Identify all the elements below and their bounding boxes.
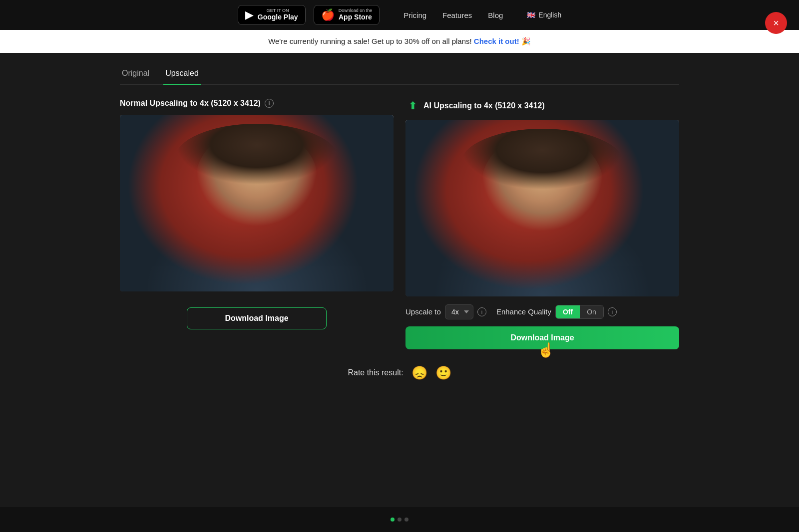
normal-upscale-photo [120, 115, 394, 291]
sale-banner: We're currently running a sale! Get up t… [0, 30, 799, 53]
normal-upscale-column: Normal Upscaling to 4x (5120 x 3412) i D… [120, 99, 394, 349]
ai-controls-area: Upscale to 4x 1x 2x 8x i Enhance Quality… [405, 304, 679, 349]
ai-upscale-icon: ⬆ [405, 99, 419, 113]
tab-original[interactable]: Original [120, 65, 151, 85]
upscale-to-label: Upscale to [405, 307, 441, 316]
normal-download-button[interactable]: Download Image [187, 307, 327, 329]
ai-download-button[interactable]: Download Image ☝ [405, 326, 679, 349]
sale-link[interactable]: Check it out! 🎉 [474, 37, 531, 45]
dot-1 [391, 518, 395, 522]
google-play-badge[interactable]: ▶ GET IT ON Google Play [238, 5, 306, 25]
sad-emoji-button[interactable]: 😞 [411, 365, 427, 381]
upscale-select[interactable]: 4x 1x 2x 8x [445, 304, 473, 319]
rate-label: Rate this result: [348, 368, 403, 377]
tabs-bar: Original Upscaled [120, 65, 679, 85]
google-play-big-text: Google Play [258, 13, 298, 21]
normal-upscale-image [120, 115, 394, 291]
enhance-quality-group: Enhance Quality Off On i [496, 305, 617, 319]
dot-3 [404, 518, 408, 522]
upscale-to-group: Upscale to 4x 1x 2x 8x i [405, 304, 486, 319]
bottom-dots [391, 518, 408, 522]
toggle-on-btn[interactable]: On [580, 305, 603, 318]
flag-icon: 🇬🇧 [527, 11, 535, 19]
enhance-info-icon[interactable]: i [608, 307, 617, 316]
ai-upscale-title: ⬆ AI Upscaling to 4x (5120 x 3412) [405, 99, 679, 113]
apple-icon: 🍎 [321, 8, 335, 21]
toggle-off-btn[interactable]: Off [556, 305, 580, 318]
ai-download-label: Download Image [510, 333, 574, 342]
normal-upscale-info-icon[interactable]: i [265, 99, 274, 108]
nav-pricing[interactable]: Pricing [403, 11, 426, 19]
tab-upscaled[interactable]: Upscaled [163, 65, 201, 85]
ai-upscale-photo [405, 120, 679, 296]
ai-upscale-title-text: AI Upscaling to 4x (5120 x 3412) [423, 101, 545, 110]
upscale-controls: Upscale to 4x 1x 2x 8x i Enhance Quality… [405, 304, 679, 319]
enhance-toggle: Off On [555, 305, 604, 319]
normal-download-area: Download Image [120, 299, 394, 337]
upscale-info-icon[interactable]: i [477, 307, 486, 316]
cursor-icon: ☝ [537, 342, 555, 358]
happy-emoji-button[interactable]: 🙂 [435, 365, 451, 381]
nav-features[interactable]: Features [442, 11, 472, 19]
top-nav: ▶ GET IT ON Google Play 🍎 Download on th… [0, 0, 799, 30]
ai-upscale-column: ⬆ AI Upscaling to 4x (5120 x 3412) Upsca… [405, 99, 679, 349]
nav-blog[interactable]: Blog [488, 11, 503, 19]
language-label: English [538, 11, 561, 19]
nav-links: Pricing Features Blog 🇬🇧 English [403, 11, 561, 19]
enhance-quality-label: Enhance Quality [496, 307, 551, 316]
comparison-columns: Normal Upscaling to 4x (5120 x 3412) i D… [120, 99, 679, 349]
language-button[interactable]: 🇬🇧 English [527, 11, 561, 19]
rate-section: Rate this result: 😞 🙂 [120, 365, 679, 381]
close-button[interactable]: × [765, 12, 787, 34]
sale-text: We're currently running a sale! Get up t… [268, 37, 472, 45]
ai-upscale-image [405, 120, 679, 296]
app-store-badge[interactable]: 🍎 Download on the App Store [314, 5, 380, 25]
normal-upscale-title: Normal Upscaling to 4x (5120 x 3412) i [120, 99, 394, 108]
main-content: Original Upscaled Normal Upscaling to 4x… [100, 53, 699, 411]
google-play-icon: ▶ [245, 8, 254, 21]
app-store-big-text: App Store [339, 13, 373, 21]
normal-upscale-title-text: Normal Upscaling to 4x (5120 x 3412) [120, 99, 261, 108]
bottom-bar [0, 507, 799, 532]
dot-2 [398, 518, 401, 522]
